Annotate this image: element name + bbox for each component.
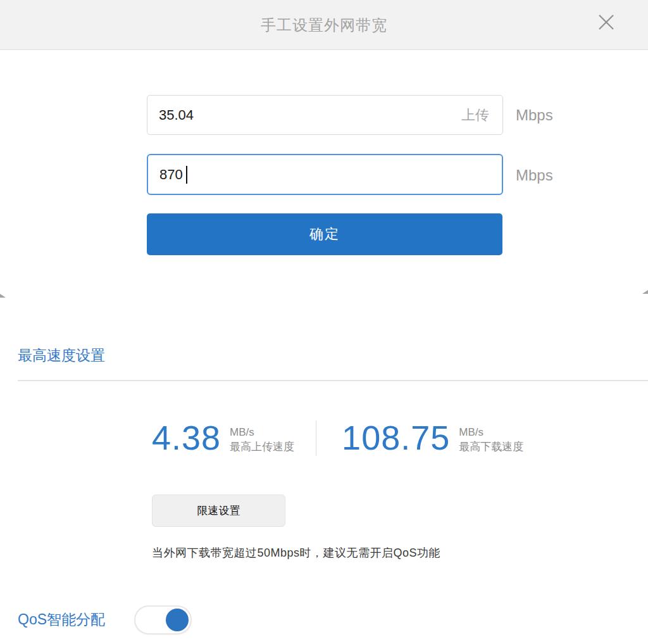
edge-arrow-left-icon	[0, 294, 6, 298]
download-speed-value: 108.75	[342, 418, 450, 457]
stat-divider	[316, 420, 316, 456]
download-speed-label: 最高下载速度	[459, 439, 523, 455]
close-button[interactable]	[595, 11, 618, 34]
download-bandwidth-row	[147, 154, 503, 195]
upload-speed-unit: MB/s	[230, 426, 294, 439]
upload-speed-label: 最高上传速度	[230, 439, 294, 455]
download-bandwidth-input[interactable]	[147, 154, 503, 195]
qos-smart-allocation-label: QoS智能分配	[18, 610, 105, 629]
upload-bandwidth-row: 上传	[147, 95, 503, 135]
upload-unit-label: Mbps	[516, 106, 553, 124]
text-cursor	[186, 166, 187, 184]
max-speed-section-heading: 最高速度设置	[18, 346, 105, 365]
qos-advisory-note: 当外网下载带宽超过50Mbps时，建议无需开启QoS功能	[152, 545, 440, 560]
qos-toggle-knob	[166, 609, 189, 631]
close-icon	[597, 13, 616, 34]
upload-speed-value: 4.38	[152, 418, 221, 457]
speed-stats: 4.38 MB/s 最高上传速度 108.75 MB/s 最高下载速度	[152, 418, 523, 457]
modal-title: 手工设置外网带宽	[0, 0, 648, 50]
download-speed-stat: 108.75 MB/s 最高下载速度	[342, 418, 523, 457]
upload-bandwidth-input[interactable]	[147, 95, 503, 135]
download-unit-label: Mbps	[516, 167, 553, 184]
confirm-button[interactable]: 确定	[147, 213, 502, 255]
download-speed-unit: MB/s	[459, 426, 523, 439]
section-divider	[18, 380, 648, 381]
speed-limit-settings-button[interactable]: 限速设置	[152, 495, 285, 527]
upload-speed-stat: 4.38 MB/s 最高上传速度	[152, 418, 294, 457]
modal-header: 手工设置外网带宽	[0, 0, 648, 50]
edge-arrow-right-icon	[642, 290, 648, 294]
qos-toggle[interactable]	[134, 605, 192, 635]
